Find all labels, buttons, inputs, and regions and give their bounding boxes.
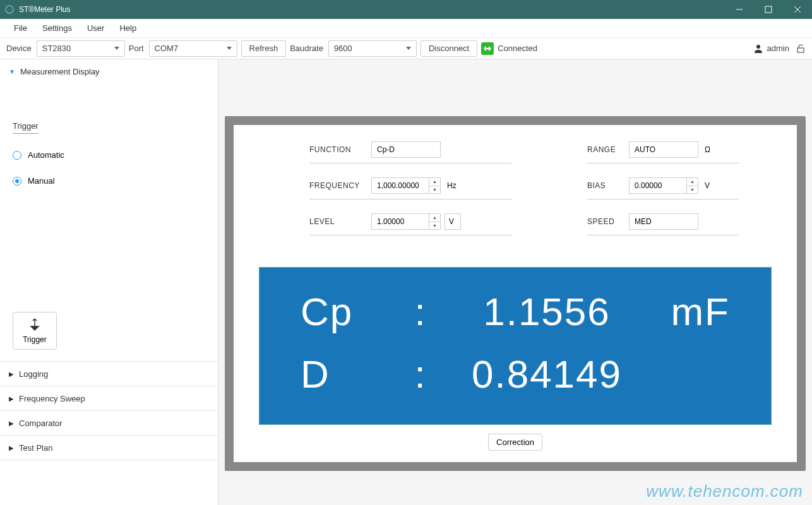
panel: FUNCTION Cp-D FREQUENCY 1,000.00000▲▼ Hz… [234,125,797,462]
menu-help[interactable]: Help [112,19,144,37]
correction-button[interactable]: Correction [488,434,542,451]
accordion-header-measurement[interactable]: ▼ Measurement Display [0,59,218,83]
svg-point-4 [756,45,760,49]
chevron-down-icon: ▼ [9,68,15,75]
baudrate-label: Baudrate [290,44,323,53]
setting-frequency: FREQUENCY 1,000.00000▲▼ Hz [309,177,511,199]
readout-secondary-name: D [301,343,402,405]
chevron-down-icon [114,47,119,50]
readout-primary: Cp : 1.1556 mF [291,280,739,343]
accordion-logging: ▶Logging [0,362,218,386]
range-select[interactable]: AUTO [629,141,698,158]
radio-automatic[interactable]: Automatic [13,150,205,160]
spinner-down-icon[interactable]: ▼ [429,222,440,230]
frequency-label: FREQUENCY [309,181,367,190]
correction-row: Correction [259,434,772,451]
user-icon [753,44,763,54]
range-label: RANGE [587,145,625,154]
arrow-down-icon [27,318,42,333]
sidebar: ▼ Measurement Display Trigger Automatic … [0,59,218,505]
spinner-down-icon[interactable]: ▼ [687,186,698,194]
range-value: AUTO [635,145,655,154]
accordion-header-test-plan[interactable]: ▶Test Plan [0,436,218,460]
colon: : [402,343,439,405]
level-unit: V [449,217,454,226]
port-select[interactable]: COM7 [149,40,237,57]
refresh-button[interactable]: Refresh [241,40,287,57]
radio-label: Automatic [28,150,64,160]
level-input[interactable]: 1.00000▲▼ [371,213,441,230]
chevron-down-icon [227,47,232,50]
accordion-test-plan: ▶Test Plan [0,436,218,460]
level-unit-select[interactable]: V [445,213,461,230]
radio-icon [13,151,21,160]
colon: : [402,280,439,343]
chevron-right-icon: ▶ [9,444,14,451]
spinner-up-icon[interactable]: ▲ [687,178,698,186]
radio-manual[interactable]: Manual [13,176,205,186]
trigger-button[interactable]: Trigger [13,312,57,350]
accordion-header-freq-sweep[interactable]: ▶Frequency Sweep [0,386,218,410]
main-content: ▼ Measurement Display Trigger Automatic … [0,59,812,505]
function-value: Cp-D [377,145,395,154]
svg-rect-1 [765,6,772,13]
bias-input[interactable]: 0.00000▲▼ [629,177,698,194]
unlock-icon[interactable] [796,44,806,54]
trigger-button-label: Trigger [23,335,47,344]
function-label: FUNCTION [309,145,367,154]
minimize-button[interactable] [725,0,754,19]
function-select[interactable]: Cp-D [371,141,441,158]
menu-file[interactable]: File [6,19,35,37]
chevron-down-icon [406,47,411,50]
bias-unit: V [705,181,710,190]
app-icon [5,5,14,14]
close-button[interactable] [783,0,812,19]
setting-level: LEVEL 1.00000▲▼ V [309,213,511,235]
measurement-display: Cp : 1.1556 mF D : 0.84149 [259,267,772,425]
maximize-button[interactable] [754,0,783,19]
frequency-value: 1,000.00000 [372,178,429,193]
device-select[interactable]: ST2830 [37,40,125,57]
canvas: FUNCTION Cp-D FREQUENCY 1,000.00000▲▼ Hz… [218,59,812,505]
range-unit: Ω [705,145,710,154]
title-bar: ST®Meter Plus [0,0,812,19]
app-title: ST®Meter Plus [19,5,71,14]
accordion-label: Comparator [19,419,63,428]
setting-speed: SPEED MED [587,213,739,235]
connected-icon [481,42,494,55]
accordion-header-comparator[interactable]: ▶Comparator [0,411,218,435]
speed-value: MED [635,217,652,226]
level-label: LEVEL [309,217,367,226]
settings-grid: FUNCTION Cp-D FREQUENCY 1,000.00000▲▼ Hz… [309,141,772,235]
spinner-up-icon[interactable]: ▲ [429,214,440,222]
frequency-unit: Hz [447,181,457,190]
accordion-measurement-display: ▼ Measurement Display Trigger Automatic … [0,59,218,362]
frequency-input[interactable]: 1,000.00000▲▼ [371,177,441,194]
disconnect-button[interactable]: Disconnect [421,40,477,57]
baudrate-select[interactable]: 9600 [328,40,417,57]
accordion-label: Frequency Sweep [19,394,85,403]
accordion-label: Test Plan [19,443,52,453]
bias-value: 0.00000 [630,178,686,193]
trigger-section-title: Trigger [13,121,39,134]
toolbar: Device ST2830 Port COM7 Refresh Baudrate… [0,38,812,59]
baudrate-value: 9600 [334,44,352,53]
accordion-header-logging[interactable]: ▶Logging [0,362,218,386]
chevron-right-icon: ▶ [9,395,14,402]
spinner-up-icon[interactable]: ▲ [429,178,440,186]
spinner-down-icon[interactable]: ▼ [429,186,440,194]
accordion-label: Logging [19,369,48,379]
accordion-frequency-sweep: ▶Frequency Sweep [0,386,218,411]
accordion-label: Measurement Display [20,67,100,76]
svg-rect-5 [797,48,804,52]
readout-primary-value: 1.1556 [439,280,654,343]
setting-bias: BIAS 0.00000▲▼ V [587,177,739,199]
chevron-right-icon: ▶ [9,420,14,427]
connection-status: Connected [498,44,537,53]
menu-user[interactable]: User [80,19,112,37]
menu-settings[interactable]: Settings [35,19,80,37]
port-value: COM7 [155,44,179,53]
speed-select[interactable]: MED [629,213,698,230]
radio-label: Manual [28,176,55,186]
device-value: ST2830 [42,44,71,53]
